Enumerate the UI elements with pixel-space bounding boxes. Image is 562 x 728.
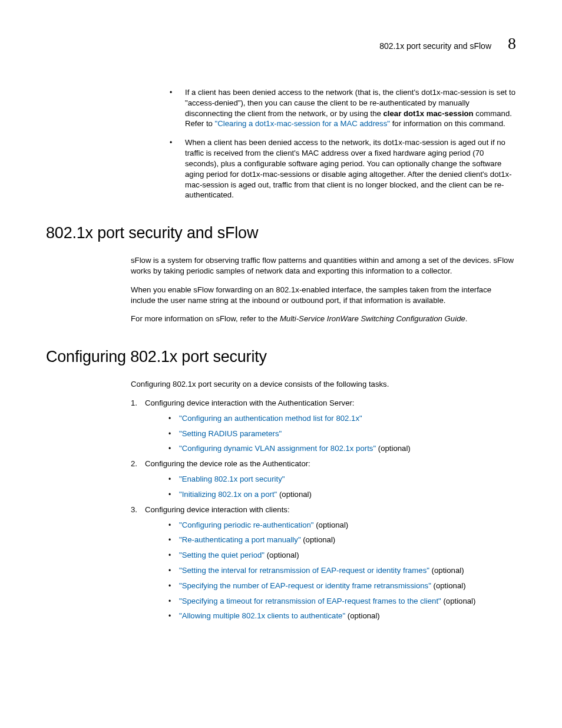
section-heading-sflow: 802.1x port security and sFlow: [46, 224, 516, 242]
bullet-icon: •: [168, 551, 171, 560]
bullet-text-bold: clear dot1x mac-session: [383, 109, 473, 118]
task-item: 1. Configuring device interaction with t…: [131, 398, 516, 454]
item-suffix: (optional): [441, 597, 476, 605]
paragraph-text: For more information on sFlow, refer to …: [131, 314, 280, 323]
bullet-icon: •: [168, 611, 171, 621]
task-label: Configuring device interaction with clie…: [145, 505, 290, 514]
list-item: •"Specifying the number of EAP-request o…: [168, 581, 516, 591]
item-suffix: (optional): [314, 521, 349, 529]
cross-reference-link[interactable]: "Setting the quiet period": [179, 551, 265, 559]
chapter-number: 8: [508, 34, 516, 53]
page-header: 802.1x port security and sFlow 8: [46, 34, 516, 53]
cross-reference-link[interactable]: "Setting the interval for retransmission…: [179, 566, 429, 575]
item-suffix: (optional): [265, 551, 299, 559]
task-label: Configuring device interaction with the …: [145, 398, 355, 407]
list-item: •"Re-authenticating a port manually" (op…: [168, 535, 516, 545]
task-number: 3.: [131, 505, 137, 515]
bullet-icon: •: [168, 444, 171, 453]
header-title: 802.1x port security and sFlow: [379, 41, 491, 51]
paragraph: When you enable sFlow forwarding on an 8…: [131, 285, 516, 306]
cross-reference-link[interactable]: "Initializing 802.1x on a port": [179, 490, 277, 499]
list-item: •"Specifying a timeout for retransmissio…: [168, 596, 516, 607]
paragraph: sFlow is a system for observing traffic …: [131, 255, 516, 276]
task-list: 1. Configuring device interaction with t…: [131, 398, 516, 621]
list-item: •"Setting the interval for retransmissio…: [168, 565, 516, 576]
bullet-icon: •: [168, 597, 171, 606]
bullet-item: • When a client has been denied access t…: [170, 137, 516, 200]
cross-reference-link[interactable]: "Re-authenticating a port manually": [179, 535, 301, 544]
cross-reference-link[interactable]: "Configuring dynamic VLAN assignment for…: [179, 444, 376, 453]
item-suffix: (optional): [431, 581, 466, 590]
cross-reference-link[interactable]: "Allowing multiple 802.1x clients to aut…: [179, 611, 345, 620]
cross-reference-link[interactable]: "Specifying a timeout for retransmission…: [179, 597, 441, 605]
list-item: •"Setting the quiet period" (optional): [168, 550, 516, 561]
list-item: •"Configuring periodic re-authentication…: [168, 520, 516, 531]
intro-bullets: • If a client has been denied access to …: [170, 87, 516, 200]
bullet-icon: •: [168, 581, 171, 591]
task-label: Configuring the device role as the Authe…: [145, 459, 310, 468]
bullet-icon: •: [170, 138, 172, 147]
task-number: 2.: [131, 459, 137, 469]
task-item: 2. Configuring the device role as the Au…: [131, 459, 516, 499]
section-heading-configuring: Configuring 802.1x port security: [46, 348, 516, 366]
list-item: •"Configuring an authentication method l…: [168, 413, 516, 424]
bullet-icon: •: [168, 521, 171, 530]
page: 802.1x port security and sFlow 8 • If a …: [0, 0, 562, 728]
paragraph: Configuring 802.1x port security on a de…: [131, 379, 516, 390]
bullet-item: • If a client has been denied access to …: [170, 87, 516, 129]
paragraph-text: .: [465, 314, 468, 323]
list-item: •"Initializing 802.1x on a port" (option…: [168, 489, 516, 500]
list-item: •"Allowing multiple 802.1x clients to au…: [168, 611, 516, 621]
bullet-icon: •: [168, 475, 171, 484]
bullet-icon: •: [168, 429, 171, 439]
bullet-icon: •: [168, 566, 171, 575]
cross-reference-link[interactable]: "Enabling 802.1x port security": [179, 475, 285, 483]
bullet-icon: •: [168, 414, 171, 423]
task-number: 1.: [131, 398, 137, 409]
cross-reference-link[interactable]: "Configuring periodic re-authentication": [179, 521, 314, 529]
bullet-icon: •: [168, 535, 171, 545]
bullet-text-post: for information on this command.: [390, 119, 505, 128]
task-sublist: •"Enabling 802.1x port security" •"Initi…: [168, 474, 516, 500]
bullet-icon: •: [170, 88, 172, 97]
bullet-icon: •: [168, 490, 171, 499]
item-suffix: (optional): [429, 566, 464, 575]
paragraph: For more information on sFlow, refer to …: [131, 314, 516, 324]
cross-reference-link[interactable]: "Clearing a dot1x-mac-session for a MAC …: [215, 119, 390, 128]
sflow-body: sFlow is a system for observing traffic …: [131, 255, 516, 324]
task-item: 3. Configuring device interaction with c…: [131, 505, 516, 622]
list-item: •"Setting RADIUS parameters": [168, 429, 516, 439]
cross-reference-link[interactable]: "Specifying the number of EAP-request or…: [179, 581, 431, 590]
cross-reference-link[interactable]: "Setting RADIUS parameters": [179, 429, 282, 438]
cross-reference-link[interactable]: "Configuring an authentication method li…: [179, 414, 362, 423]
item-suffix: (optional): [345, 611, 380, 620]
task-sublist: •"Configuring an authentication method l…: [168, 413, 516, 454]
task-sublist: •"Configuring periodic re-authentication…: [168, 520, 516, 622]
item-suffix: (optional): [376, 444, 411, 453]
list-item: •"Configuring dynamic VLAN assignment fo…: [168, 443, 516, 454]
config-body: Configuring 802.1x port security on a de…: [131, 379, 516, 621]
item-suffix: (optional): [301, 535, 336, 544]
doc-title-italic: Multi-Service IronWare Switching Configu…: [280, 314, 465, 323]
list-item: •"Enabling 802.1x port security": [168, 474, 516, 485]
bullet-text: When a client has been denied access to …: [185, 138, 512, 199]
item-suffix: (optional): [277, 490, 312, 499]
